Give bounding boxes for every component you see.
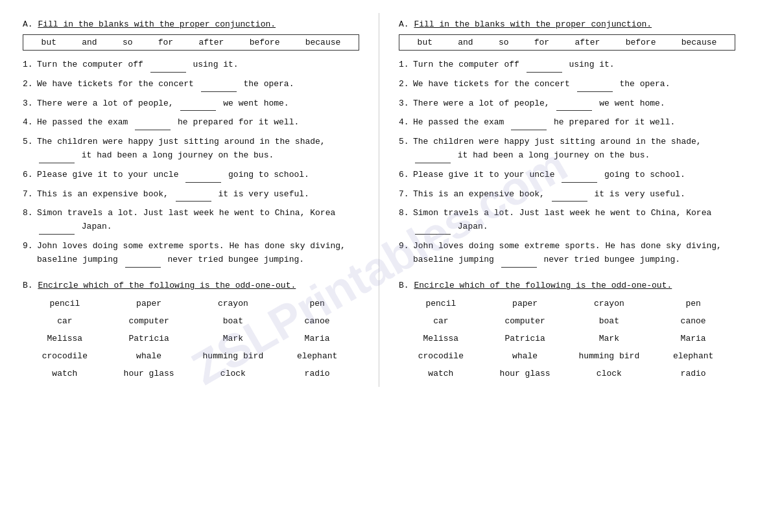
odd-one-out-word: whale xyxy=(483,349,567,363)
odd-one-out-word: Maria xyxy=(651,332,735,345)
odd-one-out-word: canoe xyxy=(651,314,735,328)
conjunction-word: and xyxy=(78,38,101,47)
page-container: A. Fill in the blanks with the proper co… xyxy=(13,13,745,387)
question-number: 4. xyxy=(399,116,413,130)
odd-one-out-word: whale xyxy=(107,349,191,363)
question-item: 3.There were a lot of people, we went ho… xyxy=(23,97,359,111)
question-text: John loves doing some extreme sports. He… xyxy=(413,240,722,268)
odd-one-out-word: pencil xyxy=(399,297,483,310)
fill-blank xyxy=(511,116,547,130)
question-number: 2. xyxy=(399,78,413,92)
fill-blank xyxy=(125,253,161,268)
odd-one-out-word: boat xyxy=(191,314,276,328)
conjunction-word: before xyxy=(622,38,660,47)
question-number: 3. xyxy=(399,97,413,111)
column-divider xyxy=(379,13,379,387)
odd-one-out-word: clock xyxy=(191,367,276,380)
section-b-heading: B. Encircle which of the following is th… xyxy=(23,281,359,290)
question-number: 6. xyxy=(23,168,37,183)
odd-one-out-word: radio xyxy=(275,367,359,380)
conjunction-word: for xyxy=(530,38,553,47)
odd-one-out-word: car xyxy=(23,314,107,328)
question-number: 5. xyxy=(23,135,37,163)
question-number: 7. xyxy=(23,188,37,202)
odd-one-out-word: Melissa xyxy=(23,332,107,345)
fill-blank xyxy=(176,188,211,202)
question-list: 1.Turn the computer off using it.2.We ha… xyxy=(23,58,359,268)
question-item: 3.There were a lot of people, we went ho… xyxy=(399,97,735,111)
question-item: 7.This is an expensive book, it is very … xyxy=(23,188,359,202)
question-item: 1.Turn the computer off using it. xyxy=(399,58,735,73)
question-item: 4.He passed the exam he prepared for it … xyxy=(23,116,359,130)
question-text: The children were happy just sitting aro… xyxy=(37,135,326,163)
question-text: Turn the computer off using it. xyxy=(37,58,239,73)
question-item: 2.We have tickets for the concert the op… xyxy=(399,78,735,92)
question-item: 5.The children were happy just sitting a… xyxy=(399,135,735,163)
fill-blank xyxy=(577,78,613,92)
odd-one-out-word: watch xyxy=(399,367,483,380)
question-number: 8. xyxy=(399,207,413,235)
fill-blank xyxy=(39,220,75,235)
odd-one-out-grid: pencilpapercrayonpencarcomputerboatcanoe… xyxy=(399,297,735,380)
question-text: He passed the exam he prepared for it we… xyxy=(37,116,299,130)
question-number: 1. xyxy=(399,58,413,73)
conjunction-word: so xyxy=(495,38,513,47)
odd-one-out-word: Melissa xyxy=(399,332,483,345)
conjunction-word: but xyxy=(414,38,436,47)
odd-one-out-word: canoe xyxy=(275,314,359,328)
fill-blank xyxy=(415,220,451,235)
question-text: Please give it to your uncle going to sc… xyxy=(413,168,685,183)
odd-one-out-word: car xyxy=(399,314,483,328)
odd-one-out-word: crayon xyxy=(567,297,652,310)
conjunction-word: because xyxy=(302,38,345,47)
fill-blank xyxy=(556,97,592,111)
column-right: A. Fill in the blanks with the proper co… xyxy=(389,13,745,387)
question-text: Please give it to your uncle going to sc… xyxy=(37,168,309,183)
conjunction-word: and xyxy=(454,38,477,47)
fill-blank xyxy=(185,168,221,183)
question-text: The children were happy just sitting aro… xyxy=(413,135,702,163)
question-number: 5. xyxy=(399,135,413,163)
question-text: Simon travels a lot. Just last week he w… xyxy=(37,207,335,235)
odd-one-out-word: Maria xyxy=(275,332,359,345)
odd-one-out-word: pencil xyxy=(23,297,107,310)
fill-blank xyxy=(415,149,451,163)
question-text: Simon travels a lot. Just last week he w… xyxy=(413,207,711,235)
question-number: 7. xyxy=(399,188,413,202)
odd-one-out-word: pen xyxy=(651,297,735,310)
question-text: There were a lot of people, we went home… xyxy=(37,97,289,111)
fill-blank xyxy=(39,149,75,163)
odd-one-out-word: hour glass xyxy=(107,367,191,380)
odd-one-out-word: elephant xyxy=(275,349,359,363)
question-item: 6.Please give it to your uncle going to … xyxy=(23,168,359,183)
question-text: Turn the computer off using it. xyxy=(413,58,615,73)
conjunction-word: for xyxy=(154,38,177,47)
fill-blank xyxy=(527,58,562,73)
fill-blank xyxy=(201,78,237,92)
odd-one-out-word: radio xyxy=(651,367,735,380)
conjunction-word: after xyxy=(571,38,604,47)
conjunction-word-box: butandsoforafterbeforebecause xyxy=(23,34,359,51)
question-item: 4.He passed the exam he prepared for it … xyxy=(399,116,735,130)
question-item: 8.Simon travels a lot. Just last week he… xyxy=(23,207,359,235)
question-text: He passed the exam he prepared for it we… xyxy=(413,116,675,130)
section-a-heading: A. Fill in the blanks with the proper co… xyxy=(399,19,735,29)
question-text: This is an expensive book, it is very us… xyxy=(37,188,309,202)
conjunction-word: so xyxy=(119,38,137,47)
question-item: 8.Simon travels a lot. Just last week he… xyxy=(399,207,735,235)
question-item: 2.We have tickets for the concert the op… xyxy=(23,78,359,92)
section-a-heading: A. Fill in the blanks with the proper co… xyxy=(23,19,359,29)
conjunction-word-box: butandsoforafterbeforebecause xyxy=(399,34,735,51)
column-left: A. Fill in the blanks with the proper co… xyxy=(13,13,369,387)
odd-one-out-word: humming bird xyxy=(567,349,652,363)
odd-one-out-word: crayon xyxy=(191,297,276,310)
conjunction-word: but xyxy=(38,38,60,47)
odd-one-out-word: Patricia xyxy=(483,332,567,345)
odd-one-out-word: paper xyxy=(483,297,567,310)
question-item: 6.Please give it to your uncle going to … xyxy=(399,168,735,183)
question-item: 7.This is an expensive book, it is very … xyxy=(399,188,735,202)
odd-one-out-word: Mark xyxy=(567,332,652,345)
conjunction-word: before xyxy=(246,38,284,47)
conjunction-word: because xyxy=(678,38,721,47)
fill-blank xyxy=(180,97,216,111)
